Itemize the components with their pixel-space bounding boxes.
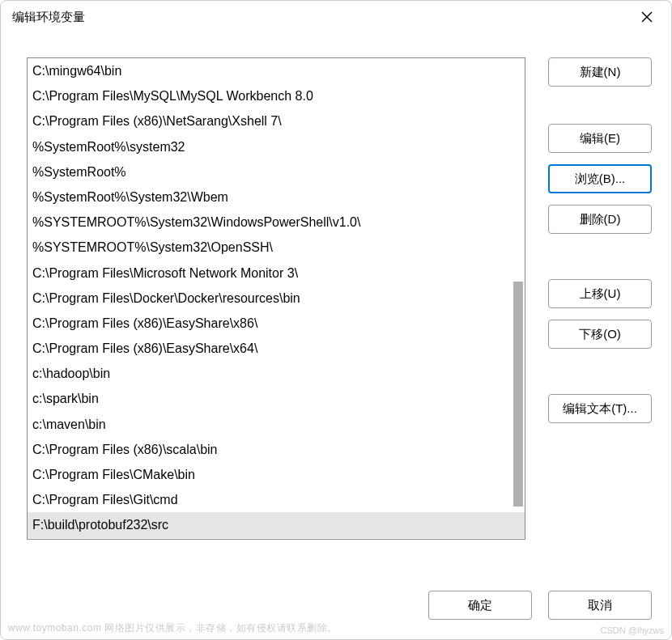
delete-button[interactable]: 删除(D) [548,205,652,234]
list-item[interactable]: %SystemRoot% [28,159,525,184]
list-item[interactable]: C:\Program Files\Docker\Docker\resources… [28,286,525,311]
close-icon [641,11,653,23]
dialog-content: C:\mingw64\binC:\Program Files\MySQL\MyS… [1,33,671,583]
list-item[interactable]: C:\Program Files\Git\bin [28,538,525,540]
move-down-button[interactable]: 下移(O) [548,320,652,349]
list-item[interactable]: C:\Program Files\Microsoft Network Monit… [28,261,525,286]
list-item[interactable]: C:\Program Files\CMake\bin [28,462,525,487]
list-item[interactable]: C:\Program Files (x86)\EasyShare\x64\ [28,336,525,361]
list-item[interactable]: C:\Program Files\MySQL\MySQL Workbench 8… [28,83,525,108]
edit-text-button[interactable]: 编辑文本(T)... [548,394,652,423]
side-button-panel: 新建(N) 编辑(E) 浏览(B)... 删除(D) 上移(U) 下移(O) 编… [548,57,652,574]
titlebar: 编辑环境变量 [1,1,671,33]
list-item[interactable]: C:\Program Files (x86)\EasyShare\x86\ [28,311,525,336]
ok-button[interactable]: 确定 [428,591,532,620]
list-item[interactable]: c:\maven\bin [28,412,525,437]
close-button[interactable] [634,4,660,30]
scrollbar-thumb[interactable] [513,282,523,506]
list-item[interactable]: C:\Program Files (x86)\scala\bin [28,437,525,462]
path-listbox[interactable]: C:\mingw64\binC:\Program Files\MySQL\MyS… [27,57,525,540]
list-item[interactable]: %SystemRoot%\system32 [28,134,525,159]
edit-button[interactable]: 编辑(E) [548,124,652,153]
list-item[interactable]: %SYSTEMROOT%\System32\OpenSSH\ [28,235,525,260]
list-item[interactable]: %SYSTEMROOT%\System32\WindowsPowerShell\… [28,210,525,235]
list-item[interactable]: C:\Program Files\Git\cmd [28,487,525,512]
cancel-button[interactable]: 取消 [548,591,652,620]
list-item[interactable]: F:\build\protobuf232\src [28,512,525,537]
list-item[interactable]: C:\mingw64\bin [28,58,525,83]
watermark-right: CSDN @lhyzws [601,625,664,635]
watermark-left: www.toymoban.com 网络图片仅供展示，非存储，如有侵权请联系删除。 [8,621,338,635]
dialog-title: 编辑环境变量 [12,10,85,25]
move-up-button[interactable]: 上移(U) [548,279,652,308]
edit-environment-variable-dialog: 编辑环境变量 C:\mingw64\binC:\Program Files\My… [0,0,672,640]
browse-button[interactable]: 浏览(B)... [548,164,652,193]
list-item[interactable]: c:\hadoop\bin [28,361,525,386]
list-item[interactable]: C:\Program Files (x86)\NetSarang\Xshell … [28,108,525,134]
new-button[interactable]: 新建(N) [548,57,652,87]
list-item[interactable]: c:\spark\bin [28,386,525,411]
list-item[interactable]: %SystemRoot%\System32\Wbem [28,184,525,210]
